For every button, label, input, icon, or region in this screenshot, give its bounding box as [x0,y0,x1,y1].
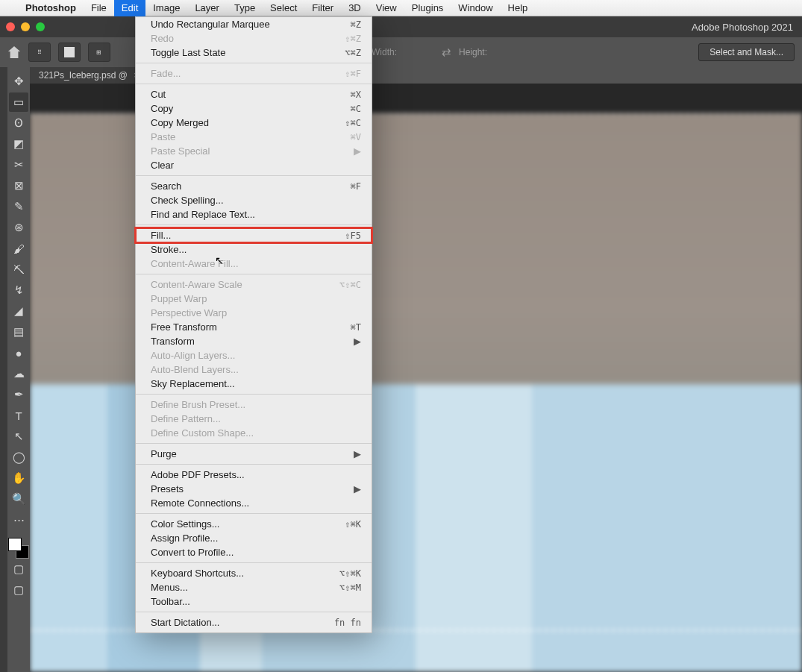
height-label: Height: [459,47,487,57]
history-brush-tool[interactable]: ↯ [9,280,28,300]
menu-separator [136,274,372,274]
gradient-tool[interactable]: ▤ [9,322,28,342]
menu-item-fill[interactable]: Fill...⇧F5 [136,228,372,242]
shortcut-label: ⌘T [351,322,361,333]
hand-tool[interactable]: ✋ [9,468,28,488]
menu-item-auto-align-layers: Auto-Align Layers... [136,348,372,362]
menubar-item-file[interactable]: File [84,0,114,16]
brush-tool[interactable]: 🖌 [9,239,28,258]
menu-separator [136,84,372,84]
move-tool[interactable]: ✥ [9,72,28,91]
menu-item-presets[interactable]: Presets▶ [136,482,372,496]
minimize-window-button[interactable] [21,22,30,31]
zoom-tool[interactable]: 🔍 [9,489,28,509]
dodge-tool[interactable]: ☁ [9,364,28,383]
menu-item-toolbar[interactable]: Toolbar... [136,594,372,609]
menu-item-purge[interactable]: Purge▶ [136,447,372,461]
document-tab-label: 321Ps_Iceberg.psd @ [39,70,128,81]
menu-item-free-transform[interactable]: Free Transform⌘T [136,320,372,334]
marquee-tool[interactable]: ▭ [9,92,28,112]
menubar-app[interactable]: Photoshop [18,0,84,16]
menu-item-auto-blend-layers: Auto-Blend Layers... [136,362,372,377]
menubar-item-select[interactable]: Select [263,0,304,16]
shortcut-label: ⌘F [351,181,361,192]
menubar-item-window[interactable]: Window [451,0,500,16]
select-and-mask-button[interactable]: Select and Mask... [698,43,795,61]
submenu-arrow-icon: ▶ [354,145,361,157]
menu-item-keyboard-shortcuts[interactable]: Keyboard Shortcuts...⌥⇧⌘K [136,566,372,580]
menu-item-start-dictation[interactable]: Start Dictation...fn fn [136,615,372,629]
selection-add-icon[interactable]: ⊞ [88,43,110,62]
crop-tool[interactable]: ✂ [9,155,28,175]
shape-tool[interactable]: ◯ [9,448,28,467]
menu-item-paste-special: Paste Special▶ [136,144,372,158]
menu-item-copy-merged[interactable]: Copy Merged⇧⌘C [136,116,372,130]
menu-item-check-spelling[interactable]: Check Spelling... [136,193,372,207]
swap-dimensions-icon[interactable]: ⇄ [442,45,451,59]
menu-item-remote-connections[interactable]: Remote Connections... [136,496,372,510]
menu-item-define-pattern: Define Pattern... [136,412,372,426]
pen-tool[interactable]: ✒ [9,385,28,404]
eyedropper-tool[interactable]: ✎ [9,197,28,216]
menubar-item-plugins[interactable]: Plugins [404,0,451,16]
menu-item-sky-replacement[interactable]: Sky Replacement... [136,377,372,391]
width-label: Width: [372,47,397,57]
menu-item-find-and-replace-text[interactable]: Find and Replace Text... [136,207,372,222]
healing-brush-tool[interactable]: ⊛ [9,218,28,237]
menubar-item-view[interactable]: View [369,0,404,16]
menu-item-adobe-pdf-presets[interactable]: Adobe PDF Presets... [136,468,372,482]
menu-item-menus[interactable]: Menus...⌥⇧⌘M [136,580,372,594]
menu-item-convert-to-profile[interactable]: Convert to Profile... [136,545,372,559]
blur-tool[interactable]: ● [9,343,28,362]
selection-new-icon[interactable] [58,43,81,62]
lasso-tool[interactable]: ʘ [9,113,28,133]
menubar-item-image[interactable]: Image [145,0,187,16]
menu-separator [136,562,372,563]
quickmask-icon[interactable]: ▢ [9,559,28,579]
menu-item-transform[interactable]: Transform▶ [136,334,372,348]
menu-item-undo-rectangular-marquee[interactable]: Undo Rectangular Marquee⌘Z [136,17,372,31]
shortcut-label: fn fn [334,618,361,628]
type-tool[interactable]: T [9,406,28,425]
zoom-window-button[interactable] [36,22,45,31]
path-select-tool[interactable]: ↖ [9,427,28,446]
eraser-tool[interactable]: ◢ [9,301,28,321]
menu-separator [136,175,372,176]
menu-item-search[interactable]: Search⌘F [136,179,372,193]
home-icon[interactable] [7,45,21,59]
menubar-item-edit[interactable]: Edit [114,0,145,16]
clone-stamp-tool[interactable]: ⛏ [9,260,28,279]
menu-item-cut[interactable]: Cut⌘X [136,87,372,101]
panel-collapse-strip[interactable] [0,67,7,672]
menu-item-stroke[interactable]: Stroke... [136,242,372,257]
menu-item-puppet-warp: Puppet Warp [136,292,372,306]
menu-separator [136,464,372,465]
menu-item-clear[interactable]: Clear [136,158,372,172]
shortcut-label: ⇧⌘Z [345,34,361,44]
menu-separator [136,224,372,225]
menu-item-copy[interactable]: Copy⌘C [136,101,372,116]
menu-item-define-custom-shape: Define Custom Shape... [136,426,372,440]
menu-item-color-settings[interactable]: Color Settings...⇧⌘K [136,517,372,531]
menu-item-toggle-last-state[interactable]: Toggle Last State⌥⌘Z [136,45,372,60]
frame-tool[interactable]: ⊠ [9,176,28,195]
menubar-item-layer[interactable]: Layer [187,0,227,16]
screenmode-icon[interactable]: ▢ [9,580,28,600]
color-swatch[interactable] [9,538,28,558]
menubar-item-filter[interactable]: Filter [304,0,341,16]
shortcut-label: ⌘Z [351,19,361,30]
close-window-button[interactable] [6,22,15,31]
menu-item-assign-profile[interactable]: Assign Profile... [136,531,372,545]
shortcut-label: ⌥⌘Z [345,48,361,58]
document-tab[interactable]: 321Ps_Iceberg.psd @ × [30,67,148,84]
shortcut-label: ⌘X [351,90,361,100]
shortcut-label: ⇧F5 [345,230,361,241]
menu-separator [136,443,372,444]
submenu-arrow-icon: ▶ [354,448,361,459]
object-select-tool[interactable]: ◩ [9,134,28,154]
menubar-item-3d[interactable]: 3D [341,0,369,16]
menubar-item-help[interactable]: Help [501,0,536,16]
marquee-mode-dropdown[interactable]: ⠿ [28,43,51,62]
menubar-item-type[interactable]: Type [227,0,263,16]
edit-toolbar[interactable]: ⋯ [9,510,28,530]
